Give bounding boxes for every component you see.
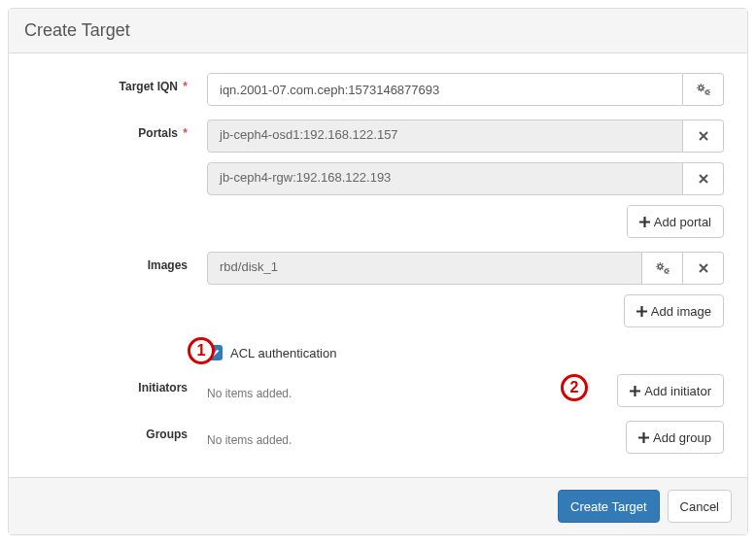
add-initiator-label: Add initiator [644, 384, 711, 398]
image-value: rbd/disk_1 [207, 252, 642, 285]
row-images: Images rbd/disk_1 [32, 252, 724, 327]
row-target-iqn: Target IQN * [32, 73, 724, 106]
cogs-icon [696, 83, 711, 96]
groups-empty: No items added. [207, 428, 292, 447]
plus-icon [636, 306, 647, 317]
svg-point-1 [705, 91, 708, 94]
row-groups: Groups No items added. Add group [32, 421, 724, 454]
add-image-button[interactable]: Add image [624, 294, 724, 327]
portal-value: jb-ceph4-rgw:192.168.122.193 [207, 162, 683, 195]
groups-content: No items added. Add group [207, 421, 724, 454]
row-portals: Portals * jb-ceph4-osd1:192.168.122.157 … [32, 120, 724, 238]
add-image-label: Add image [651, 304, 711, 319]
add-portal-label: Add portal [654, 215, 711, 229]
portal-actions: Add portal [207, 205, 724, 238]
label-target-iqn: Target IQN * [32, 73, 207, 93]
field-target-iqn [207, 73, 724, 106]
add-initiator-button[interactable]: Add initiator [617, 374, 724, 407]
cancel-button[interactable]: Cancel [668, 490, 732, 523]
label-target-iqn-text: Target IQN [120, 80, 178, 93]
panel-title: Create Target [9, 9, 747, 53]
field-initiators: No items added. Add initiator [207, 374, 724, 407]
label-groups-text: Groups [146, 428, 188, 441]
label-portals-text: Portals [138, 126, 178, 140]
portal-value: jb-ceph4-osd1:192.168.122.157 [207, 120, 683, 153]
add-group-button[interactable]: Add group [626, 421, 724, 454]
plus-icon [638, 432, 649, 443]
acl-checkbox-row: ACL authentication [207, 341, 724, 360]
label-acl-spacer [32, 341, 207, 348]
portal-item-0: jb-ceph4-osd1:192.168.122.157 [207, 120, 724, 153]
label-groups: Groups [32, 421, 207, 441]
image-remove-button[interactable] [683, 252, 724, 285]
field-acl: ACL authentication [207, 341, 724, 360]
field-groups: No items added. Add group [207, 421, 724, 454]
panel-footer: Create Target Cancel [9, 477, 747, 534]
target-iqn-settings-button[interactable] [683, 73, 724, 106]
create-target-button[interactable]: Create Target [558, 490, 660, 523]
required-mark: * [183, 80, 188, 93]
panel-body: Target IQN * [9, 53, 747, 477]
plus-icon [639, 217, 650, 227]
close-icon [699, 263, 708, 273]
create-target-panel: Create Target Target IQN * [8, 8, 748, 535]
label-initiators-text: Initiators [138, 381, 188, 394]
label-images: Images [32, 252, 207, 272]
svg-point-2 [658, 264, 662, 268]
row-acl: 1 ACL authentication [32, 341, 724, 360]
label-portals: Portals * [32, 120, 207, 140]
cogs-icon [655, 261, 670, 275]
required-mark: * [183, 126, 188, 140]
target-iqn-input[interactable] [207, 73, 683, 106]
annotation-2: 2 [561, 374, 588, 401]
portal-remove-button[interactable] [683, 120, 724, 153]
plus-icon [630, 386, 640, 396]
field-images: rbd/disk_1 [207, 252, 724, 327]
portal-item-1: jb-ceph4-rgw:192.168.122.193 [207, 162, 724, 195]
field-portals: jb-ceph4-osd1:192.168.122.157 jb-ceph4-r… [207, 120, 724, 238]
close-icon [699, 174, 708, 184]
portal-remove-button[interactable] [683, 162, 724, 195]
svg-point-0 [699, 86, 703, 89]
initiators-empty: No items added. [207, 381, 292, 400]
label-initiators: Initiators [32, 374, 207, 394]
row-initiators: 2 Initiators No items added. Add initiat… [32, 374, 724, 407]
close-icon [699, 131, 708, 141]
image-settings-button[interactable] [642, 252, 683, 285]
label-images-text: Images [148, 258, 188, 272]
image-actions: Add image [207, 294, 724, 327]
initiators-content: No items added. Add initiator [207, 374, 724, 407]
add-group-label: Add group [653, 430, 711, 445]
acl-label: ACL authentication [230, 346, 336, 360]
add-portal-button[interactable]: Add portal [627, 205, 724, 238]
annotation-1: 1 [188, 337, 215, 364]
target-iqn-input-group [207, 73, 724, 106]
svg-point-3 [665, 270, 668, 273]
image-item-0: rbd/disk_1 [207, 252, 724, 285]
